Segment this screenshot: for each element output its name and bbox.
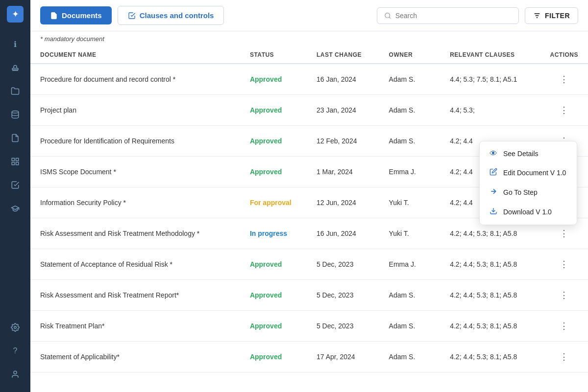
sidebar-icon-folder[interactable] bbox=[5, 81, 25, 101]
cell-owner: Adam S. bbox=[379, 95, 441, 126]
sidebar-icon-settings[interactable] bbox=[5, 318, 25, 337]
cell-clauses: 4.2; 4.4; 5.3; 8.1; A5.8 bbox=[440, 342, 540, 372]
cell-doc-name: Risk Treatment Plan* bbox=[30, 311, 240, 342]
row-actions-button[interactable]: ⋮ bbox=[556, 319, 572, 333]
row-actions-button[interactable]: ⋮ bbox=[556, 72, 572, 87]
tab-documents[interactable]: Documents bbox=[40, 6, 112, 24]
cell-status: Approved bbox=[240, 311, 307, 342]
cell-date: 1 Mar, 2024 bbox=[307, 157, 379, 187]
sidebar-icon-stack[interactable] bbox=[5, 105, 25, 124]
cell-date: 23 Jan, 2024 bbox=[307, 95, 379, 126]
sidebar-icon-help[interactable]: ? bbox=[5, 341, 25, 361]
dropdown-go-to-step[interactable]: Go To Step bbox=[480, 183, 577, 202]
dropdown-download[interactable]: Download V 1.0 bbox=[480, 202, 577, 222]
cell-clauses: 4.2; 4.4; 5.3; 8.1; A5.8 bbox=[440, 249, 540, 280]
cell-status: Approved bbox=[240, 64, 307, 95]
cell-clauses: 4.4; 5.3; bbox=[440, 95, 540, 126]
cell-owner: Yuki T. bbox=[379, 218, 441, 249]
svg-rect-6 bbox=[12, 162, 14, 165]
cell-owner: Adam S. bbox=[379, 126, 441, 157]
table-row: Statement of Acceptance of Residual Risk… bbox=[30, 249, 588, 280]
actions-dropdown: 👁 See Details Edit Document V 1.0 Go To … bbox=[479, 141, 577, 225]
filter-icon bbox=[533, 12, 541, 20]
eye-icon: 👁 bbox=[489, 149, 498, 158]
sidebar-icon-clipboard[interactable] bbox=[5, 128, 25, 148]
sidebar-bottom: ? bbox=[5, 316, 25, 386]
col-header-status: STATUS bbox=[240, 46, 307, 64]
cell-owner: Adam S. bbox=[379, 311, 441, 342]
sidebar-icon-report[interactable] bbox=[5, 175, 25, 195]
row-actions-button[interactable]: ⋮ bbox=[556, 349, 572, 364]
cell-date: 12 Jun, 2024 bbox=[307, 187, 379, 218]
sidebar-icon-stamp[interactable] bbox=[5, 58, 25, 77]
cell-doc-name: ISMS Scope Document * bbox=[30, 157, 240, 187]
mandatory-note: * mandatory document bbox=[30, 31, 588, 46]
edit-icon bbox=[489, 168, 498, 178]
sidebar-icon-info[interactable]: ℹ bbox=[5, 34, 25, 54]
search-icon bbox=[384, 12, 392, 20]
table-row: Risk Treatment Plan* Approved 5 Dec, 202… bbox=[30, 311, 588, 342]
svg-rect-4 bbox=[16, 158, 19, 161]
sidebar-icon-graduation[interactable] bbox=[5, 199, 25, 218]
row-actions-button[interactable]: ⋮ bbox=[556, 103, 572, 117]
arrow-right-icon bbox=[489, 187, 498, 197]
cell-actions: ⋮ bbox=[540, 64, 588, 95]
cell-date: 17 Apr, 2024 bbox=[307, 342, 379, 372]
col-header-owner: OWNER bbox=[379, 46, 441, 64]
search-input[interactable] bbox=[395, 12, 512, 20]
cell-actions: ⋮ bbox=[540, 280, 588, 311]
cell-date: 16 Jun, 2024 bbox=[307, 218, 379, 249]
cell-clauses: 4.4; 5.3; 7.5; 8.1; A5.1 bbox=[440, 64, 540, 95]
row-actions-button[interactable]: ⋮ bbox=[556, 288, 572, 302]
cell-date: 12 Feb, 2024 bbox=[307, 126, 379, 157]
row-actions-button[interactable]: ⋮ bbox=[556, 226, 572, 241]
cell-actions: ⋮ bbox=[540, 95, 588, 126]
cell-clauses: 4.2; 4.4; 5.3; 8.1; A5.8 bbox=[440, 311, 540, 342]
col-header-date: LAST CHANGE bbox=[307, 46, 379, 64]
cell-doc-name: Statement of Applicability* bbox=[30, 342, 240, 372]
cell-owner: Yuki T. bbox=[379, 187, 441, 218]
cell-date: 16 Jan, 2024 bbox=[307, 64, 379, 95]
cell-owner: Adam S. bbox=[379, 64, 441, 95]
header: Documents Clauses and controls FILTER bbox=[30, 0, 588, 31]
sidebar-icon-grid[interactable] bbox=[5, 152, 25, 171]
cell-doc-name: Information Security Policy * bbox=[30, 187, 240, 218]
col-header-actions: ACTIONS bbox=[540, 46, 588, 64]
cell-doc-name: Risk Assessment and Risk Treatment Repor… bbox=[30, 280, 240, 311]
cell-owner: Adam S. bbox=[379, 342, 441, 372]
cell-doc-name: Procedure for Identification of Requirem… bbox=[30, 126, 240, 157]
table-row: Statement of Applicability* Approved 17 … bbox=[30, 342, 588, 372]
cell-doc-name: Procedure for document and record contro… bbox=[30, 64, 240, 95]
sidebar: ✦ ℹ ? bbox=[0, 0, 30, 392]
svg-rect-3 bbox=[12, 158, 14, 161]
cell-status: Approved bbox=[240, 157, 307, 187]
sidebar-icon-user[interactable] bbox=[5, 365, 25, 384]
cell-actions: ⋮ bbox=[540, 311, 588, 342]
cell-owner: Emma J. bbox=[379, 249, 441, 280]
table-row: Project plan Approved 23 Jan, 2024 Adam … bbox=[30, 95, 588, 126]
table-row: Procedure for document and record contro… bbox=[30, 64, 588, 95]
cell-status: Approved bbox=[240, 126, 307, 157]
table-row: Risk Assessment and Risk Treatment Repor… bbox=[30, 280, 588, 311]
svg-rect-5 bbox=[16, 162, 19, 165]
dropdown-see-details[interactable]: 👁 See Details bbox=[480, 144, 577, 163]
filter-button[interactable]: FILTER bbox=[525, 7, 578, 24]
cell-doc-name: Risk Assessment and Risk Treatment Metho… bbox=[30, 218, 240, 249]
download-icon bbox=[489, 207, 498, 217]
tab-clauses-controls[interactable]: Clauses and controls bbox=[118, 6, 224, 25]
logo[interactable]: ✦ bbox=[7, 6, 24, 23]
cell-owner: Adam S. bbox=[379, 280, 441, 311]
cell-status: For approval bbox=[240, 187, 307, 218]
col-header-name: DOCUMENT NAME bbox=[30, 46, 240, 64]
cell-owner: Emma J. bbox=[379, 157, 441, 187]
cell-actions: ⋮ bbox=[540, 249, 588, 280]
cell-clauses: 4.2; 4.4; 5.3; 8.1; A5.8 bbox=[440, 280, 540, 311]
row-actions-button[interactable]: ⋮ bbox=[556, 257, 572, 272]
svg-point-9 bbox=[385, 13, 390, 18]
search-box[interactable] bbox=[377, 7, 519, 24]
dropdown-edit-document[interactable]: Edit Document V 1.0 bbox=[480, 163, 577, 183]
cell-status: Approved bbox=[240, 342, 307, 372]
cell-actions: ⋮ bbox=[540, 342, 588, 372]
cell-status: Approved bbox=[240, 249, 307, 280]
cell-doc-name: Statement of Acceptance of Residual Risk… bbox=[30, 249, 240, 280]
